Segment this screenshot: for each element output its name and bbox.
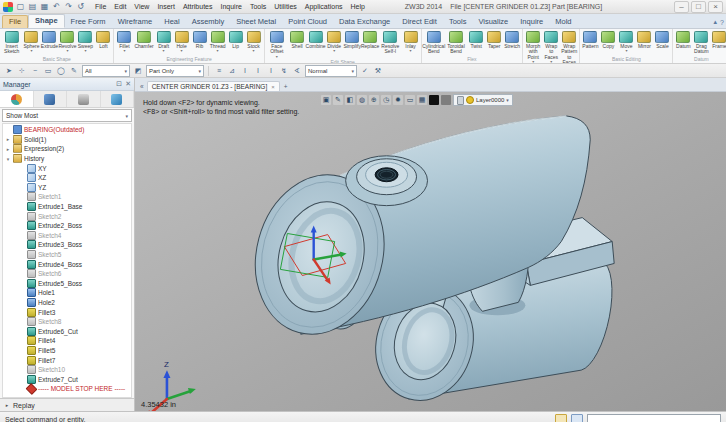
palette-icon[interactable]: ◧ (345, 95, 355, 105)
tab-sheet-metal[interactable]: Sheet Metal (230, 16, 282, 28)
stock-button[interactable]: Stock▾ (245, 30, 263, 53)
combine-button[interactable]: Combine (306, 30, 325, 49)
tree-item-extrude3-boss[interactable]: Extrude3_Boss (3, 240, 131, 250)
tree-item-fillet4[interactable]: Fillet4 (3, 336, 131, 346)
drag-datum-button[interactable]: Drag Datum (692, 30, 710, 55)
resolve-self-i-button[interactable]: Resolve Self-I (379, 30, 401, 55)
tree-item-hole1[interactable]: Hole1 (3, 288, 131, 298)
tree-item-sketch5[interactable]: Sketch5 (3, 250, 131, 260)
expand-arrow-icon[interactable]: ▾ (5, 156, 11, 162)
close-panel-icon[interactable]: ✕ (125, 80, 131, 88)
gray-swatch[interactable] (441, 95, 451, 105)
tree-item-expression-2[interactable]: ▸Expression(2) (3, 144, 131, 154)
maximize-button[interactable]: □ (691, 1, 706, 13)
clock-icon[interactable]: ◷ (381, 95, 391, 105)
divide-button[interactable]: Divide▾ (325, 30, 343, 53)
extrude-button[interactable]: Extrude (40, 30, 58, 49)
roll-back-tab[interactable] (34, 91, 68, 107)
tree-item-fillet7[interactable]: Fillet7 (3, 355, 131, 365)
pin-icon[interactable]: ⊡ (116, 80, 122, 88)
expand-arrow-icon[interactable]: ▸ (5, 146, 11, 152)
menu-help[interactable]: Help (347, 3, 369, 10)
tree-item-xz[interactable]: XZ (3, 173, 131, 183)
copy-button[interactable]: Copy (599, 30, 617, 49)
pencil-icon[interactable]: ✎ (333, 95, 343, 105)
tab-point-cloud[interactable]: Point Cloud (282, 16, 333, 28)
macro-icon[interactable] (555, 414, 567, 422)
frame-button[interactable]: Frame (710, 30, 726, 49)
model-top-boss[interactable] (346, 156, 428, 206)
save-icon[interactable]: ▦ (40, 2, 49, 11)
taper-button[interactable]: Taper (485, 30, 503, 49)
tab-free-form[interactable]: Free Form (65, 16, 112, 28)
pick-arrow-icon[interactable]: ➤ (3, 65, 15, 77)
calculator-icon[interactable] (571, 414, 583, 422)
minimize-ribbon-icon[interactable]: ▴ (714, 18, 718, 26)
tab-direct-edit[interactable]: Direct Edit (396, 16, 443, 28)
tab-heal[interactable]: Heal (158, 16, 185, 28)
undo-icon[interactable]: ↶ (52, 2, 61, 11)
lip-button[interactable]: Lip (227, 30, 245, 49)
orbit-view-icon[interactable]: ◍ (357, 95, 367, 105)
tree-item-solid-1[interactable]: ▸Solid(1) (3, 135, 131, 145)
tree-item-extrude5-boss[interactable]: Extrude5_Boss (3, 279, 131, 289)
move-button[interactable]: Move▾ (617, 30, 635, 53)
tab-shape[interactable]: Shape (28, 14, 65, 28)
layer-select[interactable]: Layer0000 ▾ (453, 94, 513, 106)
visual-manager-tab[interactable] (67, 91, 101, 107)
tab-assembly[interactable]: Assembly (186, 16, 231, 28)
tree-item-extrude7-cut[interactable]: Extrude7_Cut (3, 374, 131, 384)
model-threaded-hole-top[interactable] (375, 168, 398, 182)
menu-tools[interactable]: Tools (246, 3, 270, 10)
tree-item-sketch10[interactable]: Sketch10 (3, 365, 131, 375)
sweep-button[interactable]: Sweep▾ (76, 30, 94, 53)
tree-item-fillet5[interactable]: Fillet5 (3, 346, 131, 356)
tree-item-sketch4[interactable]: Sketch4 (3, 231, 131, 241)
menu-applications[interactable]: Applications (301, 3, 347, 10)
tree-item-extrude1-base[interactable]: Extrude1_Base (3, 202, 131, 212)
close-button[interactable]: × (708, 1, 723, 13)
tree-item-bearing-outdated[interactable]: BEARING(Outdated) (3, 125, 131, 135)
tree-item-yz[interactable]: YZ (3, 183, 131, 193)
tab-tools[interactable]: Tools (443, 16, 473, 28)
tree-item-model-stop-here[interactable]: ----- MODEL STOP HERE ----- (3, 384, 131, 394)
loft-button[interactable]: Loft (94, 30, 112, 49)
scale-button[interactable]: Scale (653, 30, 671, 49)
tree-item-sketch6[interactable]: Sketch6 (3, 269, 131, 279)
tree-filter-select[interactable]: Show Most ▾ (2, 109, 132, 122)
twist-button[interactable]: Twist (467, 30, 485, 49)
face-offset-button[interactable]: Face Offset▾ (266, 30, 288, 59)
mirror-button[interactable]: Mirror (635, 30, 653, 49)
color-fill-icon[interactable]: ◩ (132, 65, 144, 77)
display-filter-select[interactable]: Part Only ▾ (146, 65, 204, 77)
pattern-button[interactable]: Pattern (581, 30, 599, 49)
sphere-button[interactable]: Sphere▾ (22, 30, 40, 53)
tree-item-sketch1[interactable]: Sketch1 (3, 192, 131, 202)
pick-plus-icon[interactable]: ⊹ (16, 65, 28, 77)
isolate-icon[interactable]: ≡ (213, 65, 225, 77)
fillet-button[interactable]: Fillet▾ (115, 30, 133, 53)
tab-inquire[interactable]: Inquire (514, 16, 549, 28)
tree-item-extrude6-cut[interactable]: Extrude6_Cut (3, 326, 131, 336)
datum-button[interactable]: Datum (674, 30, 692, 49)
monitor-icon[interactable]: ▭ (405, 95, 415, 105)
wrap-to-faces-button[interactable]: Wrap to Faces▾ (542, 30, 560, 64)
minimize-button[interactable]: – (674, 1, 689, 13)
sun-render-icon[interactable]: ✹ (393, 95, 403, 105)
revolve-button[interactable]: Revolve▾ (58, 30, 76, 53)
model-scene[interactable]: Z (135, 92, 726, 411)
check-icon[interactable]: ✓ (359, 65, 371, 77)
toroidal-bend-button[interactable]: Toroidal Bend (445, 30, 467, 55)
ibeam-icon[interactable]: I (239, 65, 251, 77)
menu-edit[interactable]: Edit (110, 3, 130, 10)
rib-button[interactable]: Rib (191, 30, 209, 49)
tab-visualize[interactable]: Visualize (472, 16, 514, 28)
tab-mold[interactable]: Mold (549, 16, 577, 28)
tab-wireframe[interactable]: Wireframe (112, 16, 159, 28)
paintbrush-icon[interactable]: ✎ (68, 65, 80, 77)
hole-button[interactable]: Hole▾ (173, 30, 191, 53)
menu-inquire[interactable]: Inquire (216, 3, 245, 10)
bold-ibeam-icon[interactable]: I (252, 65, 264, 77)
tree-item-sketch2[interactable]: Sketch2 (3, 211, 131, 221)
tree-item-extrude4-boss[interactable]: Extrude4_Boss (3, 259, 131, 269)
